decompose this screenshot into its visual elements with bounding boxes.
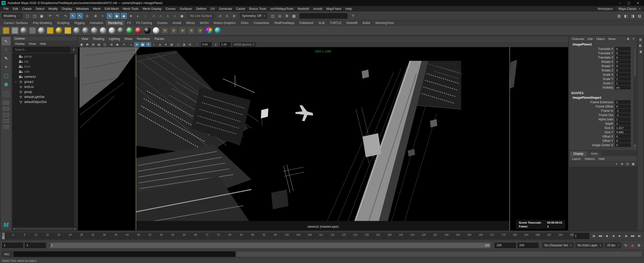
shelf-tab-pulldownit[interactable]: Pulldownit: [297, 20, 315, 25]
channel-box-menu-show[interactable]: Show: [606, 37, 617, 41]
exposure-icon[interactable]: ◔: [194, 42, 199, 47]
mask-rendering-icon[interactable]: ◐: [135, 13, 141, 19]
display-layer-list[interactable]: [569, 167, 637, 230]
node-name[interactable]: imagePlane1: [569, 42, 637, 47]
shelf-tab-arnold[interactable]: Arnold: [170, 20, 184, 25]
shelf-yellow-tile-icon[interactable]: [64, 27, 72, 35]
select-hierarchy-icon[interactable]: ↖: [63, 13, 69, 19]
outliner-vertical-scrollbar[interactable]: [74, 54, 77, 227]
shelf-tab-custom[interactable]: Custom: [155, 20, 170, 25]
menu-item-surfaces[interactable]: Surfaces: [178, 7, 194, 11]
rotate-tool[interactable]: ◯: [2, 71, 10, 80]
menu-item-generate[interactable]: Generate: [217, 7, 234, 11]
undo-icon[interactable]: ↶: [47, 13, 53, 19]
shelf-blinn-icon[interactable]: [90, 27, 98, 35]
go-to-end-button[interactable]: ▶|: [636, 233, 642, 239]
2d-pan-zoom-icon[interactable]: ⊞: [109, 42, 114, 47]
layout-outliner-persp-button[interactable]: [2, 124, 10, 130]
step-forward-key-button[interactable]: ▶▶: [630, 233, 636, 239]
shelf-lambert-icon[interactable]: [81, 27, 90, 35]
sidebar-tool-settings-toggle-icon[interactable]: ◨: [638, 49, 643, 54]
channel-value-field[interactable]: 1: [615, 81, 631, 85]
view-transform-dropdown[interactable]: sRGB gamma▾: [232, 42, 256, 47]
viewport-menu-panels[interactable]: Panels: [153, 37, 166, 41]
scrollbar-thumb[interactable]: [75, 55, 76, 77]
select-camera-icon[interactable]: ▦: [79, 42, 84, 47]
wireframe-icon[interactable]: ◇: [128, 42, 134, 47]
channel-value-field[interactable]: 0: [615, 51, 631, 55]
scroll-left-icon[interactable]: ◀: [12, 228, 16, 230]
shelf-tab-xgen[interactable]: XGen: [239, 20, 251, 25]
select-highlight-icon[interactable]: ⊙: [84, 13, 90, 19]
motion-blur-icon[interactable]: ≋: [163, 42, 168, 47]
channel-value-field[interactable]: 0: [615, 56, 631, 59]
command-language-toggle[interactable]: MEL: [2, 251, 12, 257]
menu-item-edit[interactable]: Edit: [11, 7, 20, 11]
scroll-right-icon[interactable]: ▶: [73, 228, 77, 230]
shelf-tab-bifrost[interactable]: Bifrost: [184, 20, 197, 25]
shelf-phong-icon[interactable]: [99, 27, 107, 35]
go-to-start-button[interactable]: |◀: [590, 233, 597, 239]
quick-selection-input[interactable]: [300, 13, 347, 19]
layout-two-horiz-button[interactable]: [2, 118, 10, 124]
viewport-canvas[interactable]: 1920 x 1080 camera1 (masterLayer) Scene …: [78, 47, 568, 230]
outliner-item-camera1[interactable]: camera1: [12, 74, 74, 79]
channel-value-field[interactable]: 0: [615, 143, 631, 147]
shelf-green-material-icon[interactable]: [126, 27, 134, 35]
select-component-icon[interactable]: ↖: [77, 13, 83, 19]
menu-item-create[interactable]: Create: [20, 7, 34, 11]
channel-box-scrollbar[interactable]: ▼: [634, 48, 636, 144]
channel-value-field[interactable]: -1: [615, 109, 631, 113]
shelf-point-light-icon[interactable]: ☀: [187, 27, 195, 35]
outliner-item-textloc[interactable]: textLoc: [12, 84, 74, 89]
menu-item-edit-mesh[interactable]: Edit Mesh: [103, 7, 121, 11]
render-settings-icon[interactable]: ⚙: [284, 13, 290, 19]
construction-history-icon[interactable]: ⊘: [231, 13, 237, 19]
outliner-menu-show[interactable]: Show: [27, 42, 38, 45]
outliner-item-defaultobjectset[interactable]: defaultObjectSet: [12, 99, 74, 104]
redo-icon[interactable]: ↷: [54, 13, 60, 19]
anti-alias-icon[interactable]: ▨: [169, 42, 174, 47]
menu-item-display[interactable]: Display: [60, 7, 74, 11]
bookmarks-icon[interactable]: ▧: [96, 42, 102, 47]
make-live-icon[interactable]: ◉: [179, 13, 185, 19]
character-set-dropdown[interactable]: No Character Set ▾: [542, 242, 574, 248]
range-slider[interactable]: 1 200: [47, 242, 493, 248]
scrollbar-track[interactable]: [16, 228, 73, 230]
textured-icon[interactable]: ▩: [140, 42, 145, 47]
mask-dynamics-icon[interactable]: ∗: [128, 13, 134, 19]
menu-item-deform[interactable]: Deform: [194, 7, 209, 11]
menu-item-curves[interactable]: Curves: [164, 7, 178, 11]
shelf-uv-editor-icon[interactable]: [37, 27, 45, 35]
show-channel-box-icon[interactable]: ▥: [616, 13, 622, 19]
sidebar-channel-box-toggle-icon[interactable]: ▥: [638, 37, 643, 42]
shelf-assign-material-icon[interactable]: [46, 27, 54, 35]
shelf-ring-sphere-icon[interactable]: [73, 27, 81, 35]
loop-mode-icon[interactable]: ↻: [623, 242, 629, 248]
shelf-tab-fx-caching[interactable]: FX Caching: [134, 20, 154, 25]
outliner-menu-help[interactable]: Help: [38, 42, 48, 45]
shelf-tab-creasesets[interactable]: CreaseSets: [251, 20, 272, 25]
outliner-item-defaultlightset[interactable]: defaultLightSet: [12, 94, 74, 99]
shelf-surface-shader-icon[interactable]: [108, 27, 116, 35]
animation-end-field[interactable]: 200: [517, 243, 539, 248]
snap-grid-icon[interactable]: ∩: [151, 13, 157, 19]
play-backwards-button[interactable]: ◀: [610, 233, 616, 239]
viewport-menu-shading[interactable]: Shading: [91, 37, 106, 41]
select-tool[interactable]: ↖: [2, 37, 10, 45]
shaded-icon[interactable]: ●: [134, 42, 139, 47]
layer-menu-help[interactable]: Help: [597, 157, 606, 161]
auto-key-icon[interactable]: ◉: [629, 242, 635, 248]
show-modeling-toolkit-icon[interactable]: ▤: [636, 13, 642, 19]
input-connections-icon[interactable]: ≺: [217, 13, 223, 19]
shelf-white-material-icon[interactable]: [152, 27, 160, 35]
shelf-tab-poly-modeling[interactable]: Poly Modeling: [31, 20, 54, 25]
mask-curves-icon[interactable]: ∿: [107, 13, 113, 19]
shelf-tab-skinningtools[interactable]: SkinningTools: [373, 20, 396, 25]
shelf-black-material-icon[interactable]: [143, 27, 151, 35]
minimize-button[interactable]: –: [615, 0, 624, 6]
range-start-handle[interactable]: [48, 243, 50, 248]
shelf-tab-turtle[interactable]: TURTLE: [328, 20, 344, 25]
step-back-key-button[interactable]: ◀◀: [597, 233, 603, 239]
symmetry-dropdown[interactable]: Symmetry: Off▾: [240, 13, 267, 19]
